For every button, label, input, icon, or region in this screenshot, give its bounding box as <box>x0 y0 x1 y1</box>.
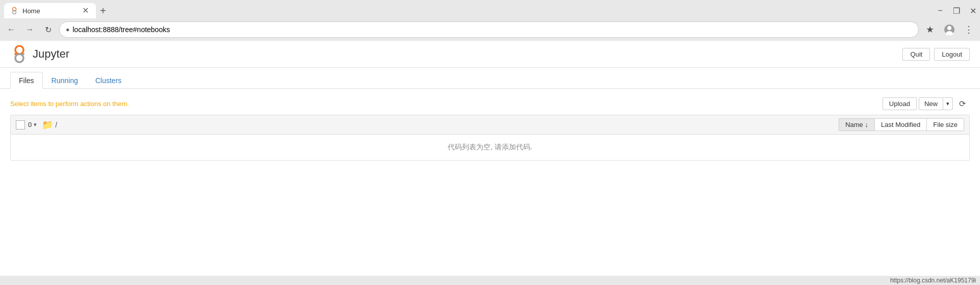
browser-tab-home[interactable]: Home ✕ <box>4 3 96 18</box>
tab-running[interactable]: Running <box>43 72 87 89</box>
jupyter-logo-text: Jupyter <box>33 47 69 61</box>
new-dropdown-button[interactable]: ▾ <box>943 97 953 110</box>
header-buttons: Quit Logout <box>902 48 970 61</box>
tab-clusters[interactable]: Clusters <box>87 72 130 89</box>
sort-controls: Name ↓ Last Modified File size <box>839 118 964 131</box>
address-text: localhost:8888/tree#notebooks <box>72 25 912 34</box>
jupyter-logo-icon <box>10 45 29 63</box>
back-button[interactable]: ← <box>4 22 18 37</box>
status-bar: https://blog.csdn.net/aK195179i <box>0 276 980 285</box>
select-text: Select items to perform actions on them. <box>10 100 129 108</box>
svg-point-3 <box>947 26 951 30</box>
quit-button[interactable]: Quit <box>902 48 930 61</box>
jupyter-logo: Jupyter <box>10 45 69 63</box>
address-bar[interactable]: ● localhost:8888/tree#notebooks <box>59 21 919 38</box>
svg-point-5 <box>15 46 23 54</box>
tab-bar: Home ✕ + − ❐ ✕ <box>0 0 980 18</box>
new-button-group: New ▾ <box>919 97 953 110</box>
status-url: https://blog.csdn.net/aK195179i <box>890 277 976 284</box>
file-table-empty: 代码列表为空, 请添加代码. <box>11 135 969 160</box>
bookmark-button[interactable]: ★ <box>923 22 937 37</box>
browser-controls: ← → ↻ ● localhost:8888/tree#notebooks ★ … <box>0 18 980 41</box>
file-table-header: 0 ▾ 📁 / Name ↓ Last Modified File size <box>11 115 969 135</box>
breadcrumb: / <box>55 121 57 129</box>
new-button[interactable]: New <box>919 97 943 110</box>
file-actions: Upload New ▾ ⟳ <box>883 97 970 111</box>
sort-name-button[interactable]: Name ↓ <box>839 118 875 131</box>
nav-tabs: Files Running Clusters <box>0 72 980 89</box>
sort-last-modified-button[interactable]: Last Modified <box>875 118 927 131</box>
file-count-dropdown[interactable]: ▾ <box>34 121 37 128</box>
upload-button[interactable]: Upload <box>883 97 917 110</box>
profile-icon <box>944 24 955 35</box>
menu-button[interactable]: ⋮ <box>962 22 976 37</box>
file-table: 0 ▾ 📁 / Name ↓ Last Modified File size 代… <box>10 115 970 161</box>
reload-button[interactable]: ↻ <box>41 22 55 37</box>
file-count: 0 <box>28 121 32 128</box>
tab-favicon <box>10 7 18 15</box>
file-browser: Select items to perform actions on them.… <box>0 89 980 169</box>
folder-icon: 📁 <box>42 119 53 131</box>
tab-close-button[interactable]: ✕ <box>81 7 90 15</box>
svg-point-7 <box>14 53 16 55</box>
profile-button[interactable] <box>942 22 957 37</box>
browser-actions: ★ ⋮ <box>923 22 976 37</box>
file-browser-toolbar: Select items to perform actions on them.… <box>10 97 970 111</box>
svg-point-6 <box>15 54 23 62</box>
forward-button[interactable]: → <box>22 22 37 37</box>
tab-title: Home <box>22 7 77 15</box>
sort-file-size-button[interactable]: File size <box>927 118 964 131</box>
maximize-button[interactable]: ❐ <box>949 4 964 18</box>
lock-icon: ● <box>66 26 69 33</box>
jupyter-header: Jupyter Quit Logout <box>0 41 980 68</box>
svg-point-8 <box>22 53 24 55</box>
minimize-button[interactable]: − <box>933 4 947 18</box>
page-content: Jupyter Quit Logout Files Running Cluste… <box>0 41 980 285</box>
window-controls: − ❐ ✕ <box>933 4 980 18</box>
close-button[interactable]: ✕ <box>966 4 980 18</box>
new-tab-button[interactable]: + <box>100 6 106 16</box>
browser-chrome: Home ✕ + − ❐ ✕ ← → ↻ ● localhost:8888/tr… <box>0 0 980 41</box>
tab-files[interactable]: Files <box>10 72 43 89</box>
refresh-button[interactable]: ⟳ <box>955 97 970 111</box>
logout-button[interactable]: Logout <box>934 48 970 61</box>
select-all-checkbox[interactable] <box>16 120 25 129</box>
